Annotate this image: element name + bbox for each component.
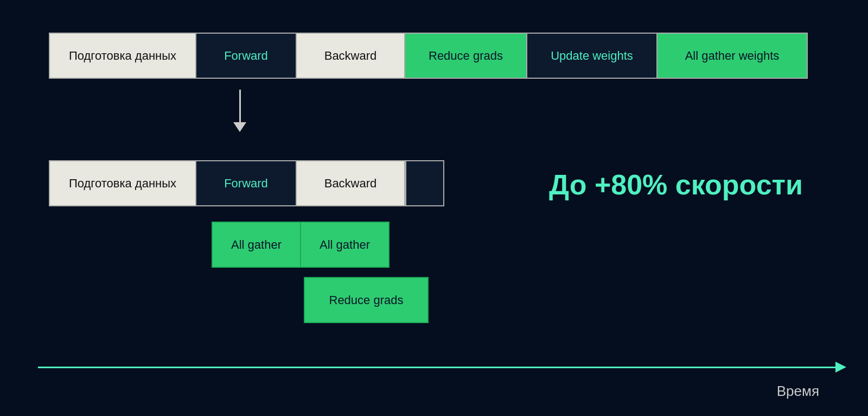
block-data-prep-label: Подготовка данных <box>69 49 176 63</box>
block-data-prep: Подготовка данных <box>50 34 196 78</box>
speed-value: До +80% скорости <box>549 169 803 200</box>
block-backward: Backward <box>297 34 405 78</box>
block-reduce-grads-label: Reduce grads <box>429 49 503 63</box>
timeline-line <box>38 367 835 368</box>
block-all-gather-2-label: All gather <box>320 238 370 252</box>
block-small-dark <box>405 161 443 205</box>
bottom-pipeline-row: Подготовка данных Forward Backward <box>49 160 444 206</box>
overlap-blocks-row: All gather All gather <box>212 222 390 268</box>
block-all-gather-1-label: All gather <box>231 238 282 252</box>
down-arrow <box>233 90 246 132</box>
arrow-head <box>233 122 246 132</box>
block-reduce-grads: Reduce grads <box>405 34 527 78</box>
block-all-gather-2: All gather <box>300 222 390 268</box>
block-forward-label: Forward <box>224 49 268 63</box>
time-label: Время <box>777 383 819 400</box>
block-reduce-grads-2-label: Reduce grads <box>329 293 404 307</box>
block-forward: Forward <box>196 34 297 78</box>
time-label-text: Время <box>777 383 819 399</box>
block-update-weights-label: Update weights <box>551 49 633 63</box>
block-data-prep-2-label: Подготовка данных <box>69 177 176 191</box>
block-forward-2: Forward <box>196 161 297 205</box>
block-all-gather-weights: All gather weights <box>658 34 807 78</box>
block-forward-2-label: Forward <box>224 177 268 191</box>
block-data-prep-2: Подготовка данных <box>50 161 196 205</box>
speed-text: До +80% скорости <box>549 168 803 201</box>
block-backward-2-label: Backward <box>324 177 377 191</box>
timeline-arrowhead <box>835 362 846 373</box>
timeline <box>38 362 846 373</box>
block-all-gather-weights-label: All gather weights <box>685 49 780 63</box>
top-pipeline-row: Подготовка данных Forward Backward Reduc… <box>49 33 808 79</box>
block-all-gather-1: All gather <box>212 222 301 268</box>
block-backward-label: Backward <box>324 49 377 63</box>
arrow-shaft <box>239 90 241 122</box>
block-reduce-grads-2: Reduce grads <box>304 277 429 323</box>
block-backward-2: Backward <box>297 161 405 205</box>
block-update-weights: Update weights <box>527 34 658 78</box>
diagram-container: Подготовка данных Forward Backward Reduc… <box>0 0 868 416</box>
